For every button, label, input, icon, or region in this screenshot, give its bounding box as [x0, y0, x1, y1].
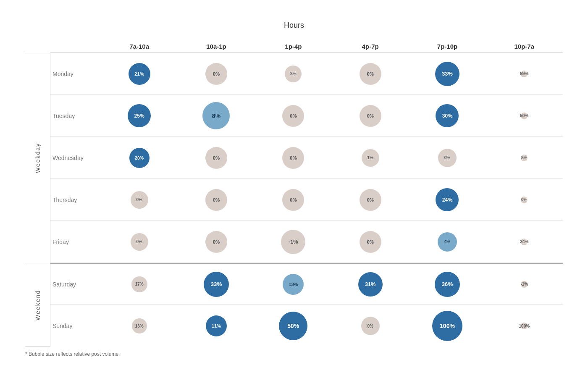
- cell-friday-2: -1%: [255, 230, 332, 254]
- table-row: Saturday17%33%13%31%36%-1%: [50, 263, 563, 305]
- header-row: 7a-10a10a-1p1p-4p4p-7p7p-10p10p-7a: [50, 34, 563, 53]
- bubble: 1%: [362, 149, 379, 167]
- cell-sunday-1: 11%: [178, 315, 255, 336]
- cell-tuesday-0: 25%: [101, 104, 178, 127]
- weekday-group-label-container: Weekday: [25, 53, 50, 263]
- cell-saturday-1: 33%: [178, 272, 255, 297]
- bubble: 0%: [205, 147, 227, 169]
- bubble: 0%: [205, 231, 227, 253]
- cell-sunday-4: 100%: [409, 311, 486, 341]
- bubble: 0%: [282, 105, 304, 127]
- bubble: 36%: [435, 272, 460, 297]
- table-row: Monday21%0%2%0%33%59%: [50, 53, 563, 95]
- cell-thursday-5: 0%: [486, 197, 563, 203]
- cell-tuesday-1: 8%: [178, 102, 255, 129]
- col-header-5: 10p-7a: [486, 43, 563, 50]
- cell-friday-1: 0%: [178, 231, 255, 253]
- bubble: 0%: [360, 105, 381, 127]
- cell-saturday-0: 17%: [101, 276, 178, 292]
- cell-friday-3: 0%: [332, 231, 409, 253]
- row-label-sunday: Sunday: [50, 323, 101, 329]
- row-label-friday: Friday: [50, 239, 101, 245]
- col-header-3: 4p-7p: [332, 43, 409, 50]
- cell-wednesday-2: 0%: [255, 147, 332, 169]
- col-header-4: 7p-10p: [409, 43, 486, 50]
- bubble: 25%: [128, 104, 151, 127]
- bubble: -1%: [281, 230, 305, 254]
- bubble: 100%: [521, 323, 528, 329]
- cell-thursday-3: 0%: [332, 189, 409, 211]
- cell-saturday-5: -1%: [486, 281, 563, 288]
- cell-sunday-3: 0%: [332, 317, 409, 335]
- cell-monday-4: 33%: [409, 62, 486, 86]
- bubble: 0%: [438, 149, 457, 167]
- bubble: 0%: [205, 63, 227, 85]
- bubble: 0%: [131, 191, 148, 209]
- col-header-0: 7a-10a: [101, 43, 178, 50]
- cell-monday-3: 0%: [332, 63, 409, 85]
- chart-container: Hours Weekday Weekend 7a-10a10a-1p1p-4p4…: [13, 13, 575, 365]
- cell-sunday-0: 13%: [101, 318, 178, 333]
- cell-saturday-3: 31%: [332, 272, 409, 297]
- weekend-label: Weekend: [34, 290, 41, 320]
- data-rows: Monday21%0%2%0%33%59%Tuesday25%8%0%0%30%…: [50, 53, 563, 347]
- weekday-label: Weekday: [34, 143, 41, 173]
- cell-tuesday-5: 50%: [486, 113, 563, 119]
- cell-wednesday-1: 0%: [178, 147, 255, 169]
- row-label-tuesday: Tuesday: [50, 113, 101, 119]
- bubble: 13%: [283, 274, 304, 295]
- table-row: Sunday13%11%50%0%100%100%: [50, 305, 563, 347]
- row-label-wednesday: Wednesday: [50, 155, 101, 161]
- bubble: 0%: [282, 189, 304, 211]
- bubble: 8%: [521, 155, 528, 161]
- bubble: 0%: [521, 197, 528, 203]
- cell-monday-0: 21%: [101, 63, 178, 85]
- cell-friday-0: 0%: [101, 233, 178, 251]
- cell-tuesday-3: 0%: [332, 105, 409, 127]
- bubble: 30%: [436, 104, 459, 127]
- cell-sunday-5: 100%: [486, 323, 563, 329]
- bubble: 2%: [285, 66, 302, 82]
- bubble: 20%: [129, 148, 150, 168]
- table-row: Friday0%0%-1%0%4%24%: [50, 221, 563, 263]
- cell-thursday-1: 0%: [178, 189, 255, 211]
- weekend-group-label-container: Weekend: [25, 263, 50, 347]
- row-label-monday: Monday: [50, 71, 101, 77]
- cell-monday-5: 59%: [486, 71, 563, 77]
- bubble: 33%: [204, 272, 229, 297]
- cell-wednesday-0: 20%: [101, 148, 178, 168]
- bubble: 8%: [202, 102, 230, 129]
- bubble: 0%: [360, 63, 381, 85]
- bubble: 0%: [205, 189, 227, 211]
- bubble: 33%: [435, 62, 459, 86]
- bubble: 0%: [282, 147, 304, 169]
- cell-thursday-0: 0%: [101, 191, 178, 209]
- cell-thursday-2: 0%: [255, 189, 332, 211]
- bubble: 0%: [360, 231, 381, 253]
- table-area: 7a-10a10a-1p1p-4p4p-7p7p-10p10p-7a Monda…: [50, 34, 563, 347]
- row-label-thursday: Thursday: [50, 197, 101, 203]
- bubble: 11%: [206, 315, 227, 336]
- footnote: * Bubble size reflects relative post vol…: [25, 351, 563, 357]
- cell-wednesday-5: 8%: [486, 155, 563, 161]
- bubble: 0%: [360, 189, 381, 211]
- col-header-2: 1p-4p: [255, 43, 332, 50]
- cell-saturday-4: 36%: [409, 272, 486, 297]
- table-row: Thursday0%0%0%0%24%0%: [50, 179, 563, 221]
- cell-wednesday-3: 1%: [332, 149, 409, 167]
- bubble: 24%: [521, 239, 528, 245]
- bubble: 17%: [131, 276, 147, 292]
- row-label-saturday: Saturday: [50, 281, 101, 288]
- bubble: -1%: [521, 281, 528, 288]
- bubble: 13%: [132, 318, 147, 333]
- table-row: Tuesday25%8%0%0%30%50%: [50, 95, 563, 137]
- table-row: Wednesday20%0%0%1%0%8%: [50, 137, 563, 179]
- cell-sunday-2: 50%: [255, 312, 332, 340]
- bubble: 0%: [131, 233, 148, 251]
- cell-monday-1: 0%: [178, 63, 255, 85]
- bubble: 0%: [361, 317, 380, 335]
- cell-tuesday-2: 0%: [255, 105, 332, 127]
- bubble: 100%: [432, 311, 462, 341]
- bubble: 24%: [436, 188, 459, 211]
- cell-friday-5: 24%: [486, 239, 563, 245]
